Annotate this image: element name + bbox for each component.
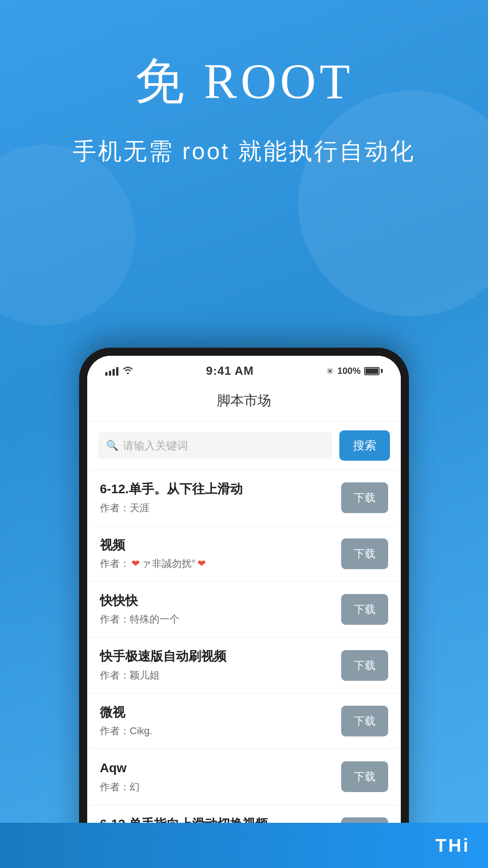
- script-author: 作者：天涯: [100, 501, 332, 515]
- phone-mockup: 9:41 AM ✳ 100% 脚本市场 🔍: [79, 348, 409, 868]
- bottom-bar-text: THi: [436, 835, 470, 856]
- download-button[interactable]: 下载: [341, 650, 388, 681]
- script-author: 作者：Cikg.: [100, 724, 332, 738]
- hero-title: 免 ROOT: [0, 54, 488, 109]
- battery-percent: 100%: [338, 366, 361, 376]
- search-button[interactable]: 搜索: [339, 430, 390, 461]
- script-author: 作者：颖儿姐: [100, 669, 332, 682]
- heart-icon: ❤: [131, 558, 140, 570]
- list-item: 微视 作者：Cikg. 下载: [87, 693, 401, 749]
- phone-frame: 9:41 AM ✳ 100% 脚本市场 🔍: [79, 348, 409, 868]
- list-item: Aqw 作者：幻 下载: [87, 749, 401, 805]
- bg-decoration-2: [0, 145, 136, 326]
- script-author: 作者：幻: [100, 780, 332, 794]
- script-name: 快手极速版自动刷视频: [100, 648, 332, 665]
- wifi-icon: [122, 365, 134, 377]
- phone-screen: 9:41 AM ✳ 100% 脚本市场 🔍: [87, 356, 401, 868]
- signal-bar-2: [109, 371, 111, 376]
- script-author: 作者： ❤ ︎ァ非誠勿扰° ❤: [100, 557, 332, 571]
- list-item: 视频 作者： ❤ ︎ァ非誠勿扰° ❤ 下载: [87, 526, 401, 582]
- script-info: 视频 作者： ❤ ︎ァ非誠勿扰° ❤: [100, 537, 341, 571]
- author-prefix: 作者：: [100, 557, 130, 571]
- script-name: 6-12.单手。从下往上滑动: [100, 481, 332, 497]
- script-author: 作者：特殊的一个: [100, 613, 332, 626]
- script-name: 快快快: [100, 593, 332, 609]
- download-button[interactable]: 下载: [341, 706, 388, 736]
- script-name: 视频: [100, 537, 332, 553]
- heart-icon-2: ❤: [197, 558, 206, 570]
- download-button[interactable]: 下载: [341, 761, 388, 792]
- signal-icon: [105, 367, 118, 376]
- status-right: ✳ 100%: [326, 366, 383, 377]
- download-button[interactable]: 下载: [341, 482, 388, 513]
- list-item: 6-12.单手。从下往上滑动 作者：天涯 下载: [87, 470, 401, 526]
- signal-bar-4: [116, 367, 118, 376]
- search-input-wrap[interactable]: 🔍 请输入关键词: [98, 432, 332, 459]
- list-item: 快手极速版自动刷视频 作者：颖儿姐 下载: [87, 637, 401, 693]
- hero-subtitle: 手机无需 root 就能执行自动化: [0, 136, 488, 167]
- download-button[interactable]: 下载: [341, 594, 388, 625]
- search-row: 🔍 请输入关键词 搜索: [87, 421, 401, 470]
- status-bar: 9:41 AM ✳ 100%: [87, 356, 401, 382]
- signal-bar-1: [105, 372, 108, 376]
- status-time: 9:41 AM: [206, 364, 254, 378]
- script-name: Aqw: [100, 760, 332, 776]
- list-item: 快快快 作者：特殊的一个 下载: [87, 582, 401, 637]
- signal-bar-3: [113, 369, 115, 376]
- battery-icon: [364, 367, 383, 375]
- search-placeholder-text: 请输入关键词: [123, 439, 188, 453]
- script-name: 微视: [100, 704, 332, 721]
- bluetooth-icon: ✳: [326, 366, 334, 377]
- bottom-bar: THi: [0, 823, 488, 868]
- search-icon: 🔍: [106, 440, 118, 452]
- download-button[interactable]: 下载: [341, 538, 388, 569]
- author-name: ︎ァ非誠勿扰°: [141, 557, 196, 571]
- hero-section: 免 ROOT 手机无需 root 就能执行自动化: [0, 0, 488, 167]
- script-info: 快手极速版自动刷视频 作者：颖儿姐: [100, 648, 341, 682]
- script-list: 6-12.单手。从下往上滑动 作者：天涯 下载 视频 作者： ❤ ︎ァ非誠勿扰°…: [87, 470, 401, 868]
- script-info: 6-12.单手。从下往上滑动 作者：天涯: [100, 481, 341, 514]
- script-info: Aqw 作者：幻: [100, 760, 341, 793]
- script-info: 快快快 作者：特殊的一个: [100, 593, 341, 626]
- status-left: [105, 365, 134, 377]
- app-header-title: 脚本市场: [87, 382, 401, 421]
- script-info: 微视 作者：Cikg.: [100, 704, 341, 738]
